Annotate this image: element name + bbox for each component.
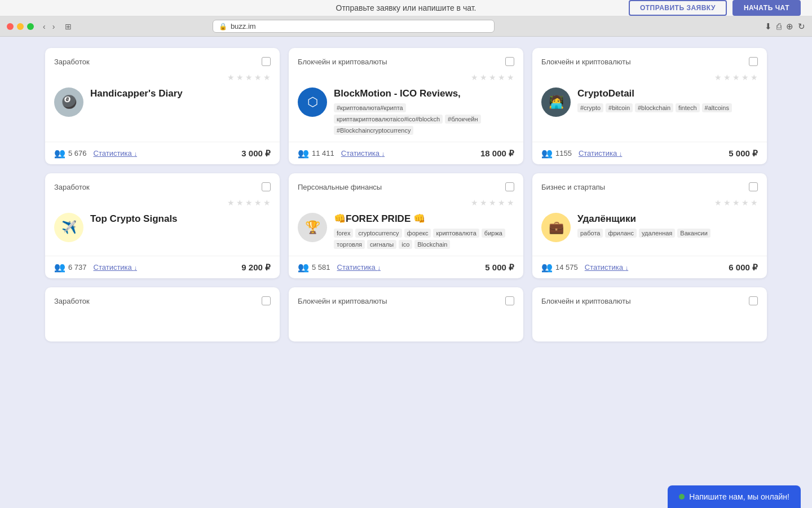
card-checkbox[interactable] <box>262 182 271 191</box>
star-3[interactable]: ★ <box>489 198 496 207</box>
stats-link[interactable]: Статистика ↓ <box>94 263 137 271</box>
card-stars: ★ ★ ★ ★ ★ <box>541 73 758 82</box>
tag: фриланс <box>605 229 636 238</box>
stats-link[interactable]: Статистика ↓ <box>337 263 381 271</box>
tag: работа <box>577 229 603 238</box>
star-2[interactable]: ★ <box>480 198 487 207</box>
star-2[interactable]: ★ <box>236 198 244 207</box>
start-chat-button[interactable]: НАЧАТЬ ЧАТ <box>732 0 801 16</box>
star-1[interactable]: ★ <box>714 73 722 82</box>
reload-button[interactable]: ↻ <box>798 21 805 32</box>
card-header: Блокчейн и криптовалюты <box>541 57 758 66</box>
star-3[interactable]: ★ <box>245 198 253 207</box>
card-category: Заработок <box>54 297 90 305</box>
card-checkbox[interactable] <box>749 57 758 66</box>
tag: cryptocurrency <box>355 229 401 238</box>
card-checkbox[interactable] <box>749 182 758 191</box>
submit-request-button[interactable]: ОТПРАВИТЬ ЗАЯВКУ <box>629 0 727 16</box>
card-stars: ★ ★ ★ ★ ★ <box>54 198 271 207</box>
users-icon: 👥 <box>541 148 553 159</box>
stats-link[interactable]: Статистика ↓ <box>579 149 622 157</box>
star-1[interactable]: ★ <box>227 198 235 207</box>
topbar-text: Отправьте заявку или напишите в чат. <box>336 3 476 12</box>
star-4[interactable]: ★ <box>498 198 505 207</box>
card-checkbox[interactable] <box>505 57 514 66</box>
star-2[interactable]: ★ <box>723 198 731 207</box>
star-2[interactable]: ★ <box>723 73 731 82</box>
star-2[interactable]: ★ <box>480 73 487 82</box>
card-title: Top Crypto Signals <box>90 213 271 225</box>
stats-link[interactable]: Статистика ↓ <box>585 263 628 271</box>
star-1[interactable]: ★ <box>471 198 478 207</box>
card-checkbox[interactable] <box>505 296 514 305</box>
card-top: Заработок ★ ★ ★ ★ ★ ✈️ Top Crypto Signal… <box>45 173 280 256</box>
cards-grid: Заработок ★ ★ ★ ★ ★ 🎱 Handicapper's Diar… <box>45 48 767 278</box>
star-4[interactable]: ★ <box>254 198 262 207</box>
card-footer: 👥 1155 Статистика ↓ 5 000 ₽ <box>532 142 767 164</box>
tag: криптакриптовалютаico#ico#blockch <box>334 115 443 124</box>
download-button[interactable]: ⬇ <box>765 21 772 32</box>
star-1[interactable]: ★ <box>714 198 722 207</box>
star-1[interactable]: ★ <box>227 73 235 82</box>
card-category: Блокчейн и криптовалюты <box>541 297 631 305</box>
star-3[interactable]: ★ <box>245 73 253 82</box>
address-bar[interactable]: 🔒 buzz.im <box>213 20 495 33</box>
star-4[interactable]: ★ <box>498 73 505 82</box>
card-checkbox[interactable] <box>505 182 514 191</box>
price: 5 000 ₽ <box>729 148 758 159</box>
star-3[interactable]: ★ <box>732 73 740 82</box>
new-tab-button[interactable]: ⊕ <box>786 21 793 32</box>
tag: fintech <box>676 103 699 112</box>
tag: биржа <box>482 229 505 238</box>
star-5[interactable]: ★ <box>751 73 758 82</box>
star-4[interactable]: ★ <box>742 198 749 207</box>
star-5[interactable]: ★ <box>507 198 514 207</box>
star-2[interactable]: ★ <box>236 73 244 82</box>
card-category: Блокчейн и криптовалюты <box>541 58 631 66</box>
card-card-2: Блокчейн и криптовалюты ★ ★ ★ ★ ★ ⬡ Bloc… <box>289 48 523 164</box>
card-avatar: 🏆 <box>298 213 327 242</box>
stats-link[interactable]: Статистика ↓ <box>94 149 137 157</box>
star-4[interactable]: ★ <box>254 73 262 82</box>
price: 5 000 ₽ <box>485 262 514 273</box>
tag: #блокчейн <box>445 115 480 124</box>
star-1[interactable]: ★ <box>471 73 478 82</box>
card-top: Блокчейн и криптовалюты ★ ★ ★ ★ ★ 🧑‍💻 Cr… <box>532 48 767 142</box>
footer-users: 👥 6 737 <box>54 262 87 273</box>
stats-link[interactable]: Статистика ↓ <box>341 149 385 157</box>
traffic-lights <box>7 23 34 30</box>
star-3[interactable]: ★ <box>732 198 740 207</box>
fullscreen-button[interactable] <box>27 23 34 30</box>
back-button[interactable]: ‹ <box>41 21 48 32</box>
card-checkbox[interactable] <box>749 296 758 305</box>
card-body: 🎱 Handicapper's Diary <box>54 87 271 117</box>
card-category: Заработок <box>54 58 90 66</box>
layout-button[interactable]: ⊞ <box>61 21 75 32</box>
card-stars: ★ ★ ★ ★ ★ <box>54 73 271 82</box>
card-title: Handicapper's Diary <box>90 87 271 100</box>
card-title: CryptoDetail <box>577 87 758 100</box>
card-body: ✈️ Top Crypto Signals <box>54 213 271 242</box>
tag: торговля <box>334 240 365 249</box>
share-button[interactable]: ⎙ <box>776 21 782 32</box>
star-4[interactable]: ★ <box>742 73 749 82</box>
minimize-button[interactable] <box>17 23 24 30</box>
card-checkbox[interactable] <box>262 57 271 66</box>
star-5[interactable]: ★ <box>263 73 271 82</box>
forward-button[interactable]: › <box>50 21 58 32</box>
star-3[interactable]: ★ <box>489 73 496 82</box>
users-icon: 👥 <box>541 262 553 273</box>
card-stars: ★ ★ ★ ★ ★ <box>541 198 758 207</box>
card-checkbox[interactable] <box>262 296 271 305</box>
nav-buttons: ‹ › <box>41 21 57 32</box>
user-count: 5 676 <box>68 149 87 157</box>
card-header: Блокчейн и криптовалюты <box>298 57 514 66</box>
card-stars: ★ ★ ★ ★ ★ <box>298 73 514 82</box>
card-header: Заработок <box>54 57 271 66</box>
star-5[interactable]: ★ <box>263 198 271 207</box>
card-card-1: Заработок ★ ★ ★ ★ ★ 🎱 Handicapper's Diar… <box>45 48 280 164</box>
star-5[interactable]: ★ <box>751 198 758 207</box>
card-info: CryptoDetail #crypto#bitcoin#blockchainf… <box>577 87 758 112</box>
star-5[interactable]: ★ <box>507 73 514 82</box>
close-button[interactable] <box>7 23 14 30</box>
